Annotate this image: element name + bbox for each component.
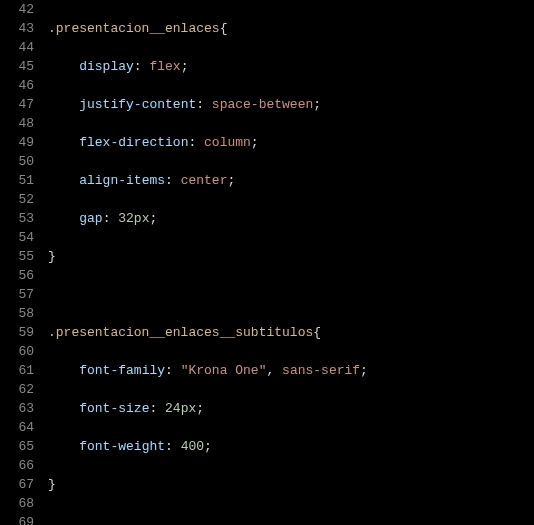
line-number: 46 [0,76,34,95]
css-value: 24px [165,401,196,416]
css-property: flex-direction [79,135,188,150]
line-number: 44 [0,38,34,57]
line-number: 47 [0,95,34,114]
css-property: font-family [79,363,165,378]
line-number: 62 [0,380,34,399]
line-number: 51 [0,171,34,190]
css-property: font-size [79,401,149,416]
line-number: 65 [0,437,34,456]
css-value: flex [149,59,180,74]
line-number: 57 [0,285,34,304]
css-property: justify-content [79,97,196,112]
css-value: space-between [212,97,313,112]
line-number: 48 [0,114,34,133]
line-number: 61 [0,361,34,380]
css-property: font-weight [79,439,165,454]
line-number: 49 [0,133,34,152]
line-number: 58 [0,304,34,323]
line-number: 63 [0,399,34,418]
line-number: 55 [0,247,34,266]
css-value: "Krona One" [181,363,267,378]
line-number: 52 [0,190,34,209]
css-value: 400 [181,439,204,454]
css-selector: .presentacion__enlaces__subtitulos [48,325,313,340]
css-property: align-items [79,173,165,188]
line-number-gutter: 42 43 44 45 46 47 48 49 50 51 52 53 54 5… [0,0,48,525]
line-number: 64 [0,418,34,437]
line-number: 53 [0,209,34,228]
css-property: display [79,59,134,74]
code-content[interactable]: .presentacion__enlaces{ display: flex; j… [48,0,534,525]
css-value: column [204,135,251,150]
line-number: 45 [0,57,34,76]
line-number: 69 [0,513,34,525]
line-number: 42 [0,0,34,19]
css-property: gap [79,211,102,226]
line-number: 43 [0,19,34,38]
line-number: 66 [0,456,34,475]
line-number: 54 [0,228,34,247]
line-number: 56 [0,266,34,285]
line-number: 50 [0,152,34,171]
css-selector: .presentacion__enlaces [48,21,220,36]
line-number: 68 [0,494,34,513]
line-number: 59 [0,323,34,342]
css-value: center [181,173,228,188]
css-value: sans-serif [282,363,360,378]
code-editor: 42 43 44 45 46 47 48 49 50 51 52 53 54 5… [0,0,534,525]
css-value: 32px [118,211,149,226]
line-number: 60 [0,342,34,361]
line-number: 67 [0,475,34,494]
